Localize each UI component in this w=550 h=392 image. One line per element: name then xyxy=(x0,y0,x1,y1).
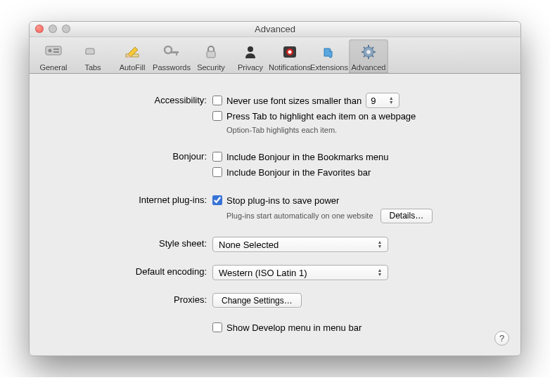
bonjour-bookmarks-label: Include Bonjour in the Bookmarks menu xyxy=(226,152,389,162)
section-label: Style sheet: xyxy=(51,237,212,249)
pencil-icon xyxy=(121,42,143,62)
press-tab-label: Press Tab to highlight each item on a we… xyxy=(226,111,416,122)
tab-extensions[interactable]: Extensions xyxy=(309,39,349,73)
key-icon xyxy=(160,42,183,62)
tab-label: Extensions xyxy=(310,63,348,72)
switches-icon xyxy=(42,42,65,62)
encoding-select[interactable]: Western (ISO Latin 1) ▲▼ xyxy=(212,265,388,280)
content: Accessibility: Never use font sizes smal… xyxy=(30,74,520,355)
section-label: Internet plug-ins: xyxy=(51,193,212,205)
tab-label: General xyxy=(39,63,67,72)
develop-menu-checkbox[interactable] xyxy=(212,322,222,332)
chevron-updown-icon: ▲▼ xyxy=(375,266,385,280)
svg-line-22 xyxy=(364,55,365,57)
details-button[interactable]: Details… xyxy=(380,209,433,223)
develop-menu-label: Show Develop menu in menu bar xyxy=(226,322,362,333)
tab-label: Advanced xyxy=(352,63,386,72)
font-size-checkbox[interactable] xyxy=(212,96,222,105)
tab-label: Tabs xyxy=(84,63,101,72)
plugins-helper: Plug-ins start automatically on one webs… xyxy=(226,211,373,220)
tab-general[interactable]: General xyxy=(34,39,73,73)
font-size-label: Never use font sizes smaller than xyxy=(226,96,362,106)
svg-point-9 xyxy=(248,46,253,52)
section-label: Accessibility: xyxy=(51,93,212,105)
tab-tabs[interactable]: Tabs xyxy=(73,39,113,73)
svg-point-1 xyxy=(49,49,52,53)
plugins-section: Internet plug-ins: Stop plug-ins to save… xyxy=(51,193,499,224)
svg-point-14 xyxy=(366,50,371,54)
puzzle-icon xyxy=(318,42,340,62)
svg-line-20 xyxy=(372,55,373,57)
toolbar: General Tabs AutoFill Passwords Security xyxy=(30,37,520,74)
svg-rect-8 xyxy=(207,51,215,58)
bonjour-favorites-checkbox[interactable] xyxy=(212,167,222,177)
svg-point-12 xyxy=(288,51,292,54)
minimize-icon[interactable] xyxy=(49,25,57,33)
svg-rect-6 xyxy=(170,51,179,53)
chevron-updown-icon: ▲▼ xyxy=(375,237,385,251)
section-label: Proxies: xyxy=(51,293,212,305)
bonjour-favorites-label: Include Bonjour in the Favorites bar xyxy=(226,167,371,178)
chevron-updown-icon: ▲▼ xyxy=(386,93,396,107)
tab-passwords[interactable]: Passwords xyxy=(152,39,191,73)
change-settings-button[interactable]: Change Settings… xyxy=(212,293,302,308)
tab-security[interactable]: Security xyxy=(191,39,231,73)
titlebar[interactable]: Advanced xyxy=(30,22,520,37)
help-button[interactable]: ? xyxy=(494,331,509,346)
notification-icon xyxy=(279,42,301,62)
accessibility-helper: Option-Tab highlights each item. xyxy=(226,124,499,136)
tab-autofill[interactable]: AutoFill xyxy=(113,39,152,73)
gear-icon xyxy=(357,42,380,62)
tab-label: Security xyxy=(197,63,225,72)
zoom-icon[interactable] xyxy=(62,25,70,33)
stop-plugins-label: Stop plug-ins to save power xyxy=(226,195,339,206)
tab-label: Notifications xyxy=(269,63,311,72)
svg-line-19 xyxy=(364,47,365,48)
stop-plugins-checkbox[interactable] xyxy=(212,195,222,205)
tab-advanced[interactable]: Advanced xyxy=(349,39,388,73)
tab-privacy[interactable]: Privacy xyxy=(231,39,270,73)
close-icon[interactable] xyxy=(35,25,44,33)
preferences-window: Advanced General Tabs AutoFill Passwords xyxy=(29,21,521,356)
svg-line-21 xyxy=(372,47,373,48)
bonjour-bookmarks-checkbox[interactable] xyxy=(212,152,222,162)
proxies-section: Proxies: Change Settings… xyxy=(51,293,499,308)
font-size-stepper[interactable]: 9 ▲▼ xyxy=(366,93,399,108)
svg-rect-3 xyxy=(53,51,59,53)
bonjour-section: Bonjour: Include Bonjour in the Bookmark… xyxy=(51,150,499,181)
svg-rect-7 xyxy=(176,51,177,55)
accessibility-section: Accessibility: Never use font sizes smal… xyxy=(51,93,499,137)
section-label: Default encoding: xyxy=(51,265,212,277)
svg-rect-0 xyxy=(46,46,61,55)
tab-label: Privacy xyxy=(238,63,263,72)
traffic-lights xyxy=(35,25,70,33)
window-title: Advanced xyxy=(30,24,520,34)
encoding-section: Default encoding: Western (ISO Latin 1) … xyxy=(51,265,499,280)
tab-label: AutoFill xyxy=(120,63,146,72)
stylesheet-select[interactable]: None Selected ▲▼ xyxy=(212,237,388,252)
privacy-icon xyxy=(239,42,262,62)
lock-icon xyxy=(200,42,222,62)
tab-notifications[interactable]: Notifications xyxy=(270,39,309,73)
tab-icon xyxy=(82,42,104,62)
section-label: Bonjour: xyxy=(51,150,212,162)
tab-label: Passwords xyxy=(153,63,191,72)
stylesheet-section: Style sheet: None Selected ▲▼ xyxy=(51,237,499,252)
press-tab-checkbox[interactable] xyxy=(212,111,222,121)
svg-rect-2 xyxy=(53,48,59,50)
